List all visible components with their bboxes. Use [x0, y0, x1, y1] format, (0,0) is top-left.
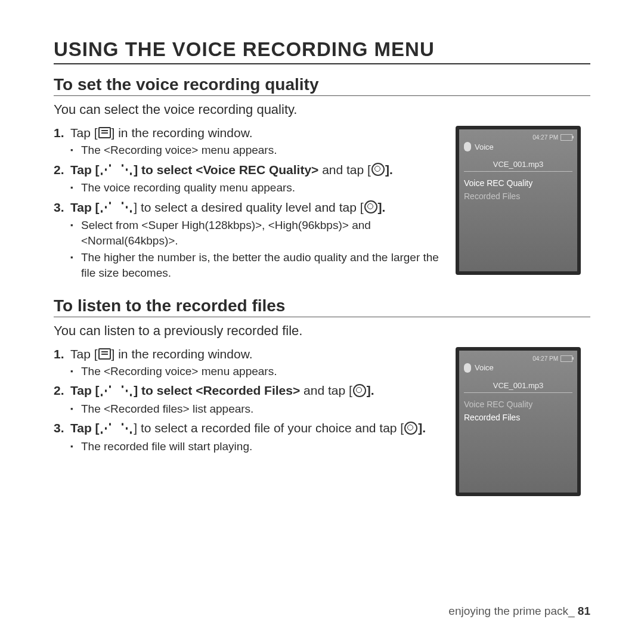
step-number: 2. — [54, 383, 64, 398]
device-option-quality: Voice REC Quality — [464, 398, 572, 411]
device-option-files: Recorded Files — [464, 411, 572, 424]
mic-icon — [464, 142, 471, 151]
battery-icon — [561, 134, 572, 141]
sec1-step1: 1. Tap [] in the recording window. The <… — [54, 126, 445, 158]
text: ] in the recording window. — [112, 126, 253, 140]
updown-icon: ⋰ ⋱ — [100, 162, 134, 177]
text: Tap [ — [70, 347, 98, 361]
sec2-step2-note: The <Recorded files> list appears. — [70, 401, 445, 417]
page-footer: enjoying the prime pack_ 81 — [448, 605, 590, 618]
device-statusbar: 04:27 PM — [464, 355, 572, 362]
sec2-step1: 1. Tap [] in the recording window. The <… — [54, 347, 445, 379]
updown-icon: ⋰ ⋱ — [100, 421, 134, 435]
text: ]. — [418, 421, 426, 435]
device-option-files: Recorded Files — [464, 190, 572, 203]
text: ]. — [378, 200, 386, 214]
page-title: USING THE VOICE RECORDING MENU — [54, 38, 590, 64]
sec1-step2: 2. Tap [⋰ ⋱] to select <Voice REC Qualit… — [54, 163, 445, 196]
battery-icon — [561, 355, 572, 362]
divider — [464, 392, 572, 393]
device-filename: VCE_001.mp3 — [464, 381, 572, 390]
device-statusbar: 04:27 PM — [464, 134, 572, 141]
device-filename: VCE_001.mp3 — [464, 160, 572, 169]
ok-icon — [353, 384, 366, 397]
updown-icon: ⋰ ⋱ — [100, 200, 134, 214]
section2-title: To listen to the recorded files — [54, 296, 590, 317]
ok-icon — [364, 200, 377, 213]
step-number: 1. — [54, 347, 64, 361]
ok-icon — [404, 422, 417, 435]
page-number: 81 — [578, 605, 590, 617]
footer-text: enjoying the prime pack_ — [448, 605, 574, 617]
text: ] to select a recorded file of your choi… — [134, 421, 404, 435]
sec1-step3-note2: The higher the number is, the better the… — [70, 250, 445, 280]
ok-icon — [371, 163, 385, 176]
device-screenshot-2: 04:27 PM Voice VCE_001.mp3 Voice REC Qua… — [456, 347, 581, 496]
step-number: 1. — [54, 126, 64, 140]
sec2-step2: 2. Tap [⋰ ⋱] to select <Recorded Files> … — [54, 383, 445, 416]
mic-icon — [464, 363, 471, 373]
device-time: 04:27 PM — [532, 355, 558, 362]
sec1-step3: 3. Tap [⋰ ⋱] to select a desired quality… — [54, 200, 445, 281]
updown-icon: ⋰ ⋱ — [100, 383, 134, 398]
device-option-quality: Voice REC Quality — [464, 177, 572, 190]
text: Tap [ — [70, 200, 100, 214]
divider — [464, 171, 572, 172]
section1-intro: You can select the voice recording quali… — [54, 102, 590, 117]
text: <Voice REC Quality> — [196, 163, 318, 177]
step-number: 2. — [54, 163, 64, 177]
device-screenshot-1: 04:27 PM Voice VCE_001.mp3 Voice REC Qua… — [456, 126, 581, 275]
text: ] to select — [134, 383, 196, 397]
text: ]. — [367, 383, 374, 397]
step-number: 3. — [54, 421, 64, 435]
sec1-step2-note: The voice recording quality menu appears… — [70, 180, 445, 196]
sec1-step1-note: The <Recording voice> menu appears. — [70, 143, 445, 158]
menu-icon — [98, 348, 111, 360]
device-time: 04:27 PM — [532, 134, 558, 141]
section2-intro: You can listen to a previously recorded … — [54, 323, 590, 339]
sec1-step3-note1: Select from <Super High(128kbps)>, <High… — [70, 218, 445, 248]
text: <Recorded Files> — [196, 383, 300, 397]
text: Tap [ — [70, 421, 100, 435]
sec2-step1-note: The <Recording voice> menu appears. — [70, 364, 445, 379]
sec2-step3-note: The recorded file will start playing. — [70, 439, 445, 454]
text: and tap [ — [318, 163, 371, 177]
menu-icon — [98, 127, 111, 138]
device-app-title: Voice — [475, 143, 494, 151]
text: ] to select — [134, 163, 196, 177]
text: ] in the recording window. — [112, 347, 253, 361]
step-number: 3. — [54, 200, 64, 215]
section1-title: To set the voice recording quality — [54, 75, 590, 96]
text: Tap [ — [70, 163, 100, 177]
sec2-step3: 3. Tap [⋰ ⋱] to select a recorded file o… — [54, 421, 445, 454]
text: Tap [ — [70, 383, 100, 397]
device-app-title: Voice — [475, 363, 494, 372]
text: ]. — [385, 163, 393, 177]
text: Tap [ — [70, 126, 98, 140]
text: and tap [ — [300, 383, 352, 397]
text: ] to select a desired quality level and … — [134, 200, 363, 214]
